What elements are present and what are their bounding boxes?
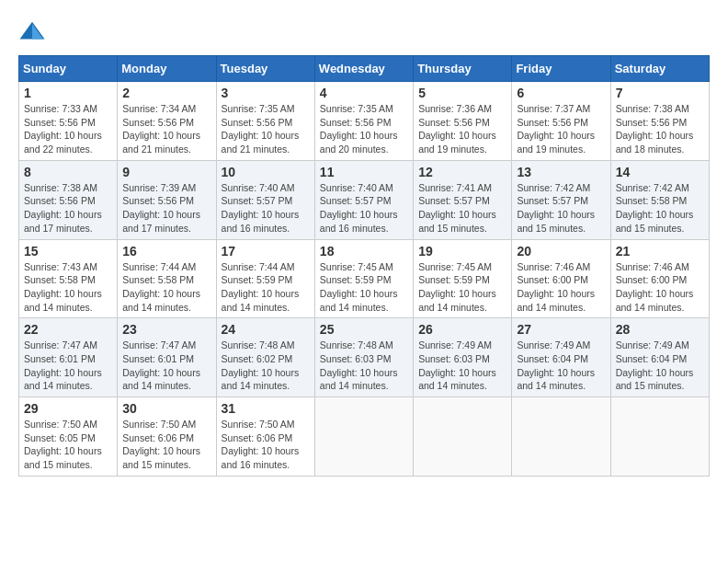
logo-icon xyxy=(18,18,46,46)
day-number: 18 xyxy=(320,244,408,259)
day-info: Sunrise: 7:35 AMSunset: 5:56 PMDaylight:… xyxy=(222,102,310,156)
calendar-cell: 24Sunrise: 7:48 AMSunset: 6:02 PMDayligh… xyxy=(216,318,314,397)
day-number: 2 xyxy=(122,86,210,100)
calendar-cell: 16Sunrise: 7:44 AMSunset: 5:58 PMDayligh… xyxy=(118,239,216,318)
calendar-cell: 1Sunrise: 7:33 AMSunset: 5:56 PMDaylight… xyxy=(19,82,118,161)
day-number: 22 xyxy=(24,322,112,337)
day-number: 7 xyxy=(616,86,704,100)
calendar-cell: 4Sunrise: 7:35 AMSunset: 5:56 PMDaylight… xyxy=(314,82,413,161)
calendar-cell: 28Sunrise: 7:49 AMSunset: 6:04 PMDayligh… xyxy=(610,318,709,397)
day-number: 15 xyxy=(24,244,112,259)
calendar-cell: 2Sunrise: 7:34 AMSunset: 5:56 PMDaylight… xyxy=(118,82,216,161)
day-number: 9 xyxy=(122,165,210,179)
day-info: Sunrise: 7:49 AMSunset: 6:04 PMDaylight:… xyxy=(616,339,704,393)
day-info: Sunrise: 7:34 AMSunset: 5:56 PMDaylight:… xyxy=(122,102,210,156)
day-info: Sunrise: 7:40 AMSunset: 5:57 PMDaylight:… xyxy=(320,181,408,236)
calendar-cell: 25Sunrise: 7:48 AMSunset: 6:03 PMDayligh… xyxy=(314,318,413,397)
day-number: 24 xyxy=(222,322,310,337)
day-number: 31 xyxy=(222,401,310,416)
calendar-cell: 30Sunrise: 7:50 AMSunset: 6:06 PMDayligh… xyxy=(118,397,216,477)
column-header-monday: Monday xyxy=(118,56,216,82)
column-header-wednesday: Wednesday xyxy=(314,56,413,82)
day-info: Sunrise: 7:47 AMSunset: 6:01 PMDaylight:… xyxy=(122,339,210,393)
day-info: Sunrise: 7:39 AMSunset: 5:56 PMDaylight:… xyxy=(122,181,210,236)
calendar-cell: 7Sunrise: 7:38 AMSunset: 5:56 PMDaylight… xyxy=(610,82,709,161)
calendar-cell: 11Sunrise: 7:40 AMSunset: 5:57 PMDayligh… xyxy=(314,160,413,239)
day-number: 29 xyxy=(24,401,112,416)
day-info: Sunrise: 7:47 AMSunset: 6:01 PMDaylight:… xyxy=(24,339,112,393)
calendar-cell: 3Sunrise: 7:35 AMSunset: 5:56 PMDaylight… xyxy=(216,82,314,161)
day-info: Sunrise: 7:50 AMSunset: 6:05 PMDaylight:… xyxy=(24,418,112,472)
calendar-cell xyxy=(512,397,610,477)
day-info: Sunrise: 7:45 AMSunset: 5:59 PMDaylight:… xyxy=(320,260,408,315)
day-info: Sunrise: 7:42 AMSunset: 5:58 PMDaylight:… xyxy=(616,181,704,236)
day-info: Sunrise: 7:43 AMSunset: 5:58 PMDaylight:… xyxy=(24,260,112,315)
day-number: 3 xyxy=(222,86,310,100)
svg-marker-1 xyxy=(32,24,43,40)
day-info: Sunrise: 7:48 AMSunset: 6:02 PMDaylight:… xyxy=(222,339,310,393)
day-info: Sunrise: 7:44 AMSunset: 5:58 PMDaylight:… xyxy=(122,260,210,315)
calendar-cell: 31Sunrise: 7:50 AMSunset: 6:06 PMDayligh… xyxy=(216,397,314,477)
day-info: Sunrise: 7:37 AMSunset: 5:56 PMDaylight:… xyxy=(517,102,605,156)
calendar-cell: 10Sunrise: 7:40 AMSunset: 5:57 PMDayligh… xyxy=(216,160,314,239)
calendar-cell: 6Sunrise: 7:37 AMSunset: 5:56 PMDaylight… xyxy=(512,82,610,161)
day-info: Sunrise: 7:50 AMSunset: 6:06 PMDaylight:… xyxy=(222,418,310,472)
calendar-cell: 8Sunrise: 7:38 AMSunset: 5:56 PMDaylight… xyxy=(19,160,118,239)
calendar-cell xyxy=(314,397,413,477)
calendar-cell: 15Sunrise: 7:43 AMSunset: 5:58 PMDayligh… xyxy=(19,239,118,318)
day-info: Sunrise: 7:45 AMSunset: 5:59 PMDaylight:… xyxy=(418,260,506,315)
calendar-row: 15Sunrise: 7:43 AMSunset: 5:58 PMDayligh… xyxy=(19,239,710,318)
calendar-cell: 27Sunrise: 7:49 AMSunset: 6:04 PMDayligh… xyxy=(512,318,610,397)
day-number: 17 xyxy=(222,244,310,259)
calendar-header-row: SundayMondayTuesdayWednesdayThursdayFrid… xyxy=(19,56,710,82)
column-header-sunday: Sunday xyxy=(19,56,118,82)
day-info: Sunrise: 7:46 AMSunset: 6:00 PMDaylight:… xyxy=(616,260,704,315)
column-header-saturday: Saturday xyxy=(610,56,709,82)
calendar-cell: 5Sunrise: 7:36 AMSunset: 5:56 PMDaylight… xyxy=(414,82,512,161)
day-number: 16 xyxy=(122,244,210,259)
day-number: 25 xyxy=(320,322,408,337)
column-header-thursday: Thursday xyxy=(414,56,512,82)
day-info: Sunrise: 7:46 AMSunset: 6:00 PMDaylight:… xyxy=(517,260,605,315)
day-info: Sunrise: 7:33 AMSunset: 5:56 PMDaylight:… xyxy=(24,102,112,156)
calendar: SundayMondayTuesdayWednesdayThursdayFrid… xyxy=(18,55,710,477)
day-info: Sunrise: 7:41 AMSunset: 5:57 PMDaylight:… xyxy=(418,181,506,236)
day-info: Sunrise: 7:36 AMSunset: 5:56 PMDaylight:… xyxy=(418,102,506,156)
day-number: 11 xyxy=(320,165,408,179)
day-number: 23 xyxy=(122,322,210,337)
calendar-cell: 19Sunrise: 7:45 AMSunset: 5:59 PMDayligh… xyxy=(414,239,512,318)
day-number: 21 xyxy=(616,244,704,259)
calendar-cell xyxy=(414,397,512,477)
calendar-cell: 21Sunrise: 7:46 AMSunset: 6:00 PMDayligh… xyxy=(610,239,709,318)
calendar-row: 22Sunrise: 7:47 AMSunset: 6:01 PMDayligh… xyxy=(19,318,710,397)
day-number: 8 xyxy=(24,165,112,179)
calendar-row: 8Sunrise: 7:38 AMSunset: 5:56 PMDaylight… xyxy=(19,160,710,239)
day-info: Sunrise: 7:48 AMSunset: 6:03 PMDaylight:… xyxy=(320,339,408,393)
day-info: Sunrise: 7:38 AMSunset: 5:56 PMDaylight:… xyxy=(24,181,112,236)
logo xyxy=(18,18,50,46)
calendar-cell: 18Sunrise: 7:45 AMSunset: 5:59 PMDayligh… xyxy=(314,239,413,318)
day-number: 28 xyxy=(616,322,704,337)
calendar-row: 29Sunrise: 7:50 AMSunset: 6:05 PMDayligh… xyxy=(19,397,710,477)
day-number: 6 xyxy=(517,86,605,100)
day-number: 14 xyxy=(616,165,704,179)
day-number: 13 xyxy=(517,165,605,179)
column-header-tuesday: Tuesday xyxy=(216,56,314,82)
day-number: 5 xyxy=(418,86,506,100)
day-info: Sunrise: 7:42 AMSunset: 5:57 PMDaylight:… xyxy=(517,181,605,236)
day-info: Sunrise: 7:44 AMSunset: 5:59 PMDaylight:… xyxy=(222,260,310,315)
calendar-cell: 14Sunrise: 7:42 AMSunset: 5:58 PMDayligh… xyxy=(610,160,709,239)
day-info: Sunrise: 7:40 AMSunset: 5:57 PMDaylight:… xyxy=(222,181,310,236)
calendar-cell: 26Sunrise: 7:49 AMSunset: 6:03 PMDayligh… xyxy=(414,318,512,397)
day-number: 19 xyxy=(418,244,506,259)
calendar-cell: 17Sunrise: 7:44 AMSunset: 5:59 PMDayligh… xyxy=(216,239,314,318)
day-info: Sunrise: 7:38 AMSunset: 5:56 PMDaylight:… xyxy=(616,102,704,156)
calendar-cell: 29Sunrise: 7:50 AMSunset: 6:05 PMDayligh… xyxy=(19,397,118,477)
day-number: 30 xyxy=(122,401,210,416)
calendar-cell xyxy=(610,397,709,477)
day-number: 27 xyxy=(517,322,605,337)
day-number: 1 xyxy=(24,86,112,100)
day-info: Sunrise: 7:50 AMSunset: 6:06 PMDaylight:… xyxy=(122,418,210,472)
calendar-cell: 13Sunrise: 7:42 AMSunset: 5:57 PMDayligh… xyxy=(512,160,610,239)
calendar-row: 1Sunrise: 7:33 AMSunset: 5:56 PMDaylight… xyxy=(19,82,710,161)
